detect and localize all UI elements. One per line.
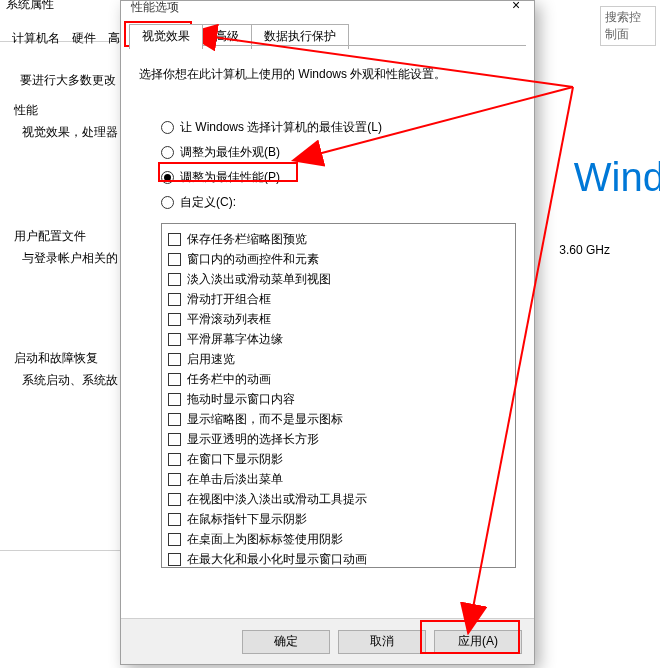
checkbox-icon [168, 473, 181, 486]
checkbox-row-8[interactable]: 拖动时显示窗口内容 [168, 390, 509, 408]
checkbox-row-15[interactable]: 在桌面上为图标标签使用阴影 [168, 530, 509, 548]
checkbox-label: 启用速览 [187, 350, 235, 368]
divider [0, 550, 120, 551]
radio-icon [161, 196, 174, 209]
ok-button[interactable]: 确定 [242, 630, 330, 654]
checkbox-label: 在桌面上为图标标签使用阴影 [187, 530, 343, 548]
bg-titlebar: 系统属性 [6, 0, 54, 13]
radio-icon [161, 146, 174, 159]
bg-tab-adv[interactable]: 高 [108, 30, 120, 47]
checkbox-icon [168, 533, 181, 546]
checkbox-row-7[interactable]: 任务栏中的动画 [168, 370, 509, 388]
bg-boot-sub: 系统启动、系统故 [22, 372, 118, 389]
bg-perf-sub: 视觉效果，处理器 [22, 124, 118, 141]
checkbox-row-5[interactable]: 平滑屏幕字体边缘 [168, 330, 509, 348]
checkbox-icon [168, 373, 181, 386]
checkbox-row-6[interactable]: 启用速览 [168, 350, 509, 368]
checkbox-icon [168, 353, 181, 366]
checkbox-icon [168, 393, 181, 406]
checkbox-label: 淡入淡出或滑动菜单到视图 [187, 270, 331, 288]
button-bar: 确定 取消 应用(A) [121, 618, 534, 664]
checkbox-row-11[interactable]: 在窗口下显示阴影 [168, 450, 509, 468]
checkbox-row-3[interactable]: 滑动打开组合框 [168, 290, 509, 308]
bg-tab-computer[interactable]: 计算机名 [12, 30, 60, 47]
windows-brand-text: Wind [574, 155, 660, 200]
checkbox-label: 保存任务栏缩略图预览 [187, 230, 307, 248]
checkbox-label: 显示亚透明的选择长方形 [187, 430, 319, 448]
checkbox-label: 在最大化和最小化时显示窗口动画 [187, 550, 367, 568]
cpu-ghz: 3.60 GHz [559, 243, 610, 257]
checkbox-row-1[interactable]: 窗口内的动画控件和元素 [168, 250, 509, 268]
checkbox-label: 在窗口下显示阴影 [187, 450, 283, 468]
search-input[interactable]: 搜索控制面 [600, 6, 656, 46]
checkbox-label: 在视图中淡入淡出或滑动工具提示 [187, 490, 367, 508]
radio-label: 自定义(C): [180, 194, 236, 211]
radio-option-1[interactable]: 调整为最佳外观(B) [161, 144, 382, 161]
checkbox-label: 窗口内的动画控件和元素 [187, 250, 319, 268]
bg-grp-perf: 性能 [14, 102, 38, 119]
cancel-button[interactable]: 取消 [338, 630, 426, 654]
dialog-title: 性能选项 [131, 0, 179, 16]
checkbox-row-14[interactable]: 在鼠标指针下显示阴影 [168, 510, 509, 528]
radio-option-3[interactable]: 自定义(C): [161, 194, 382, 211]
checkbox-label: 在单击后淡出菜单 [187, 470, 283, 488]
checkbox-row-12[interactable]: 在单击后淡出菜单 [168, 470, 509, 488]
checkbox-label: 平滑屏幕字体边缘 [187, 330, 283, 348]
tab-visual-effects[interactable]: 视觉效果 [129, 24, 203, 49]
checkbox-icon [168, 453, 181, 466]
radio-option-2[interactable]: 调整为最佳性能(P) [161, 169, 382, 186]
checkbox-icon [168, 413, 181, 426]
checkbox-row-0[interactable]: 保存任务栏缩略图预览 [168, 230, 509, 248]
checkbox-icon [168, 253, 181, 266]
checkbox-row-13[interactable]: 在视图中淡入淡出或滑动工具提示 [168, 490, 509, 508]
checkbox-label: 任务栏中的动画 [187, 370, 271, 388]
bg-grp-user: 用户配置文件 [14, 228, 86, 245]
checkbox-label: 平滑滚动列表框 [187, 310, 271, 328]
effects-listbox[interactable]: 保存任务栏缩略图预览窗口内的动画控件和元素淡入淡出或滑动菜单到视图滑动打开组合框… [161, 223, 516, 568]
checkbox-icon [168, 233, 181, 246]
checkbox-label: 显示缩略图，而不是显示图标 [187, 410, 343, 428]
checkbox-icon [168, 273, 181, 286]
bg-user-sub: 与登录帐户相关的 [22, 250, 118, 267]
bg-desc: 要进行大多数更改 [20, 72, 116, 89]
checkbox-icon [168, 493, 181, 506]
performance-options-dialog: 性能选项 × 视觉效果 高级 数据执行保护 选择你想在此计算机上使用的 Wind… [120, 0, 535, 665]
checkbox-row-9[interactable]: 显示缩略图，而不是显示图标 [168, 410, 509, 428]
radio-option-0[interactable]: 让 Windows 选择计算机的最佳设置(L) [161, 119, 382, 136]
checkbox-label: 拖动时显示窗口内容 [187, 390, 295, 408]
radio-group: 让 Windows 选择计算机的最佳设置(L)调整为最佳外观(B)调整为最佳性能… [161, 111, 382, 219]
checkbox-icon [168, 513, 181, 526]
dialog-description: 选择你想在此计算机上使用的 Windows 外观和性能设置。 [139, 66, 446, 83]
radio-icon [161, 171, 174, 184]
bg-grp-boot: 启动和故障恢复 [14, 350, 98, 367]
checkbox-icon [168, 553, 181, 566]
radio-icon [161, 121, 174, 134]
radio-label: 调整为最佳性能(P) [180, 169, 280, 186]
checkbox-row-4[interactable]: 平滑滚动列表框 [168, 310, 509, 328]
radio-label: 让 Windows 选择计算机的最佳设置(L) [180, 119, 382, 136]
checkbox-icon [168, 313, 181, 326]
checkbox-row-2[interactable]: 淡入淡出或滑动菜单到视图 [168, 270, 509, 288]
checkbox-icon [168, 333, 181, 346]
checkbox-icon [168, 433, 181, 446]
checkbox-row-16[interactable]: 在最大化和最小化时显示窗口动画 [168, 550, 509, 568]
radio-label: 调整为最佳外观(B) [180, 144, 280, 161]
checkbox-label: 在鼠标指针下显示阴影 [187, 510, 307, 528]
checkbox-row-10[interactable]: 显示亚透明的选择长方形 [168, 430, 509, 448]
bg-tab-hardware[interactable]: 硬件 [72, 30, 96, 47]
checkbox-icon [168, 293, 181, 306]
checkbox-label: 滑动打开组合框 [187, 290, 271, 308]
close-icon[interactable]: × [502, 0, 530, 17]
apply-button[interactable]: 应用(A) [434, 630, 522, 654]
